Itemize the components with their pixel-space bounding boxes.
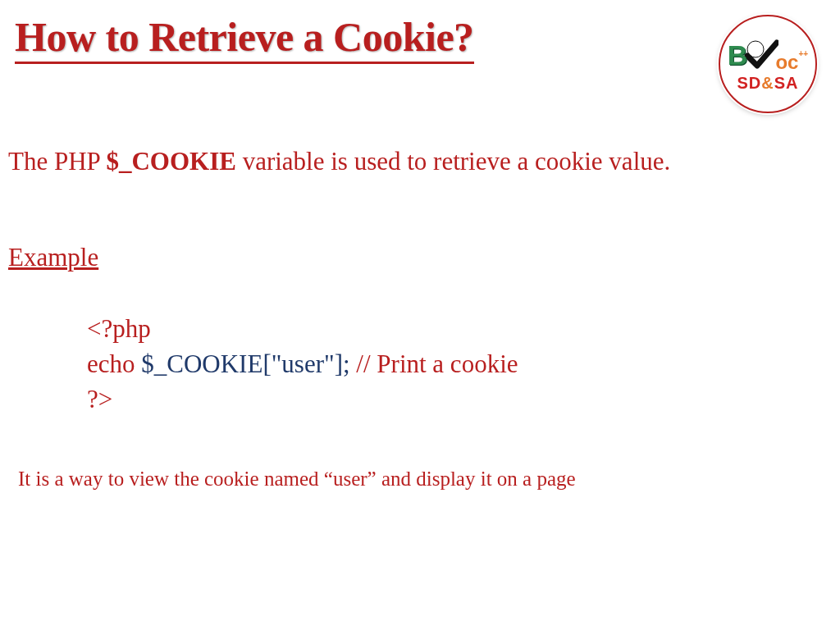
logo-letter-b: B <box>728 39 748 71</box>
logo-bottom-row: SD&SA <box>737 74 798 93</box>
slide-title: How to Retrieve a Cookie? <box>15 15 474 64</box>
intro-variable: $_COOKIE <box>106 147 235 176</box>
code-comment: // Print a cookie <box>350 349 518 378</box>
code-line-1: <?php <box>87 312 518 347</box>
logo-sa: SA <box>774 74 799 92</box>
logo-top-row: B oc ++ <box>728 36 808 75</box>
logo-amp: & <box>761 74 774 92</box>
code-line-3: ?> <box>87 382 518 418</box>
code-cookie-expr: $_COOKIE["user"]; <box>141 349 349 378</box>
intro-suffix: variable is used to retrieve a cookie va… <box>236 147 670 176</box>
intro-paragraph: The PHP $_COOKIE variable is used to ret… <box>8 144 807 179</box>
code-echo: echo <box>87 349 141 378</box>
code-line-2: echo $_COOKIE["user"]; // Print a cookie <box>87 347 518 382</box>
logo-sd: SD <box>737 74 761 92</box>
brand-logo: B oc ++ SD&SA <box>719 15 817 113</box>
intro-prefix: The PHP <box>8 147 106 176</box>
checkmark-icon <box>742 38 778 74</box>
code-example: <?php echo $_COOKIE["user"]; // Print a … <box>87 312 518 417</box>
logo-plus: ++ <box>798 49 808 58</box>
footer-note: It is a way to view the cookie named “us… <box>18 468 576 491</box>
logo-letters-oc: oc <box>775 51 798 74</box>
example-heading: Example <box>8 243 98 272</box>
